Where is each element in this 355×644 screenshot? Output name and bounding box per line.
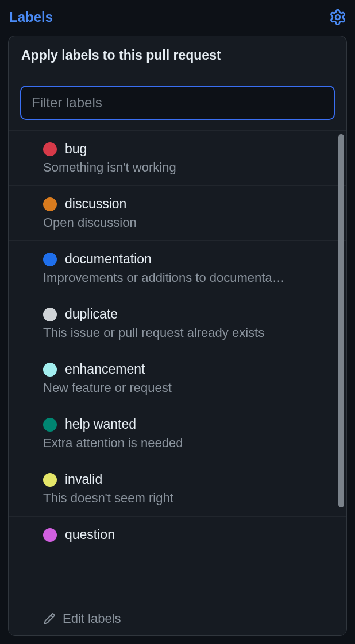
label-item-question[interactable]: question <box>9 517 346 553</box>
label-description: This doesn't seem right <box>43 491 334 506</box>
pencil-icon <box>43 612 56 625</box>
label-item-help-wanted[interactable]: help wantedExtra attention is needed <box>9 406 346 461</box>
label-name: help wanted <box>65 417 136 432</box>
label-name: duplicate <box>65 307 118 322</box>
label-description: New feature or request <box>43 381 334 395</box>
label-color-dot <box>43 308 57 321</box>
label-name: enhancement <box>65 362 145 377</box>
label-color-dot <box>43 197 57 211</box>
label-name: question <box>65 527 115 542</box>
label-item-discussion[interactable]: discussionOpen discussion <box>9 186 346 241</box>
label-color-dot <box>43 473 57 487</box>
label-name: discussion <box>65 196 126 212</box>
label-color-dot <box>43 253 57 266</box>
label-item-invalid[interactable]: invalidThis doesn't seem right <box>9 461 346 517</box>
label-color-dot <box>43 528 57 542</box>
label-name: bug <box>65 141 87 157</box>
edit-labels-text: Edit labels <box>63 611 121 626</box>
label-description: Open discussion <box>43 215 334 230</box>
label-color-dot <box>43 418 57 432</box>
label-description: Something isn't working <box>43 160 334 175</box>
label-item-documentation[interactable]: documentationImprovements or additions t… <box>9 241 346 296</box>
labels-list: bugSomething isn't workingdiscussionOpen… <box>9 131 346 553</box>
label-description: Extra attention is needed <box>43 436 334 451</box>
labels-list-container: bugSomething isn't workingdiscussionOpen… <box>9 131 346 602</box>
label-name: invalid <box>65 472 102 487</box>
labels-panel: Apply labels to this pull request bugSom… <box>8 36 347 636</box>
panel-heading: Apply labels to this pull request <box>9 36 346 75</box>
label-description: Improvements or additions to documenta… <box>43 270 334 285</box>
label-name: documentation <box>65 251 152 267</box>
label-item-duplicate[interactable]: duplicateThis issue or pull request alre… <box>9 296 346 351</box>
scrollbar[interactable] <box>338 134 344 507</box>
filter-labels-input[interactable] <box>20 86 335 120</box>
label-color-dot <box>43 142 57 156</box>
filter-container <box>9 75 346 131</box>
gear-icon[interactable] <box>330 9 346 25</box>
label-item-enhancement[interactable]: enhancementNew feature or request <box>9 351 346 406</box>
label-description: This issue or pull request already exist… <box>43 325 334 340</box>
label-color-dot <box>43 363 57 377</box>
edit-labels-link[interactable]: Edit labels <box>9 602 346 635</box>
label-item-bug[interactable]: bugSomething isn't working <box>9 131 346 186</box>
labels-header[interactable]: Labels <box>9 9 53 25</box>
